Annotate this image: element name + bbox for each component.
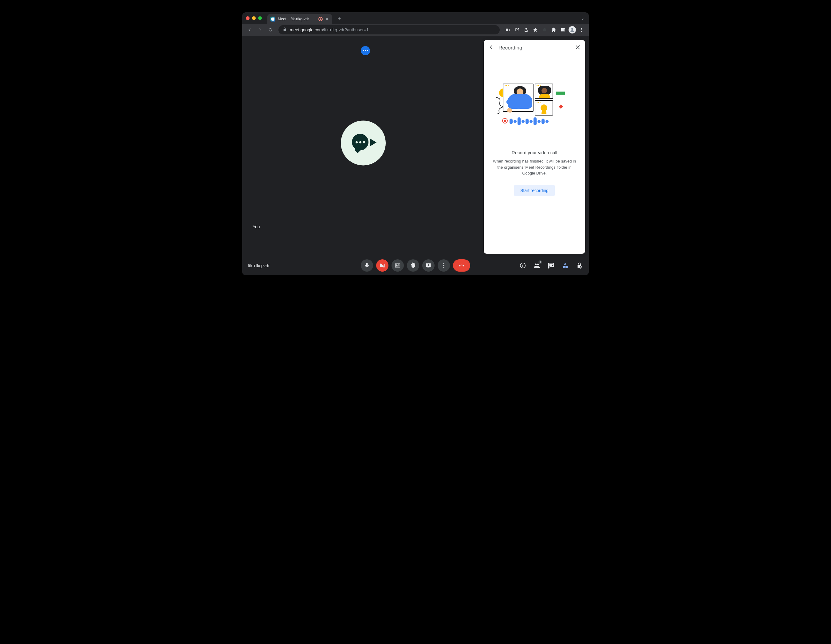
svg-point-6 [443, 263, 444, 264]
svg-rect-10 [522, 265, 523, 267]
camera-indicator-icon[interactable] [503, 25, 512, 34]
meeting-bottom-bar: ftk-rfkg-vdr CC 1 [242, 256, 589, 275]
extensions-puzzle-icon[interactable] [549, 25, 558, 34]
present-screen-button[interactable] [422, 259, 435, 272]
toggle-captions-button[interactable]: CC [392, 259, 404, 272]
recording-illustration-icon [499, 84, 570, 136]
svg-point-0 [543, 28, 546, 32]
tab-recording-indicator-icon [318, 17, 323, 21]
meeting-id-label: ftk-rfkg-vdr [248, 263, 270, 268]
svg-point-1 [572, 28, 573, 30]
recording-panel: Recording Record your video [484, 40, 585, 254]
meet-favicon-icon [271, 17, 275, 22]
omnibox-url: meet.google.com/ftk-rfkg-vdr?authuser=1 [290, 27, 368, 32]
toggle-mic-button[interactable] [361, 259, 373, 272]
open-external-icon[interactable] [513, 25, 521, 34]
tab-strip: Meet – ftk-rfkg-vdr ✕ ＋ ⌄ [242, 12, 589, 24]
leave-call-button[interactable] [453, 259, 470, 272]
tab-close-button[interactable]: ✕ [325, 17, 329, 21]
start-recording-button[interactable]: Start recording [514, 185, 555, 196]
participant-count-badge: 1 [538, 260, 543, 264]
svg-point-2 [581, 28, 582, 29]
panel-title: Recording [498, 45, 522, 51]
svg-point-8 [443, 267, 444, 268]
activities-button[interactable] [561, 261, 569, 269]
panel-description: When recording has finished, it will be … [490, 158, 579, 177]
self-video-tile: You [245, 40, 481, 255]
profile-avatar[interactable] [568, 25, 576, 34]
nav-forward-button [256, 25, 264, 34]
raise-hand-button[interactable] [407, 259, 419, 272]
people-button[interactable]: 1 [533, 261, 541, 269]
host-controls-button[interactable] [575, 261, 583, 269]
svg-rect-14 [565, 266, 568, 268]
browser-tab[interactable]: Meet – ftk-rfkg-vdr ✕ [267, 14, 332, 24]
tab-title: Meet – ftk-rfkg-vdr [278, 17, 309, 21]
meeting-stage: You Recording [242, 36, 589, 275]
window-maximize-button[interactable] [258, 16, 262, 20]
svg-rect-11 [522, 264, 523, 264]
browser-window: Meet – ftk-rfkg-vdr ✕ ＋ ⌄ meet.google.co… [242, 12, 589, 275]
meeting-details-button[interactable] [519, 261, 527, 269]
svg-point-4 [581, 31, 582, 32]
nav-reload-button[interactable] [266, 25, 275, 34]
new-tab-button[interactable]: ＋ [335, 14, 344, 22]
tile-options-button[interactable] [361, 46, 370, 55]
svg-point-13 [563, 266, 565, 268]
right-tools: 1 [519, 261, 583, 269]
svg-point-7 [443, 265, 444, 266]
window-minimize-button[interactable] [252, 16, 256, 20]
self-label: You [253, 224, 260, 229]
omnibox[interactable]: meet.google.com/ftk-rfkg-vdr?authuser=1 [279, 25, 500, 34]
share-icon[interactable] [522, 25, 530, 34]
bookmark-star-icon[interactable] [531, 25, 540, 34]
call-controls: CC [361, 259, 470, 272]
window-controls [246, 16, 262, 20]
panel-header: Recording [484, 40, 585, 56]
self-avatar-icon [341, 121, 386, 165]
lock-icon [283, 27, 287, 32]
panel-heading: Record your video call [512, 150, 557, 155]
chrome-menu-button[interactable] [577, 25, 586, 34]
panel-body: Record your video call When recording ha… [484, 56, 585, 254]
toolbar-right [503, 25, 586, 34]
panel-close-button[interactable] [575, 44, 581, 52]
panel-back-button[interactable] [488, 44, 494, 52]
chat-button[interactable] [547, 261, 555, 269]
tab-search-button[interactable]: ⌄ [581, 16, 584, 21]
extension-loom-icon[interactable] [540, 25, 549, 34]
svg-text:CC: CC [396, 264, 400, 267]
nav-back-button[interactable] [245, 25, 254, 34]
more-options-button[interactable] [438, 259, 450, 272]
svg-point-3 [581, 30, 582, 30]
toggle-camera-button[interactable] [376, 259, 388, 272]
svg-marker-12 [564, 263, 566, 264]
address-bar: meet.google.com/ftk-rfkg-vdr?authuser=1 [242, 24, 589, 36]
side-panel-icon[interactable] [559, 25, 567, 34]
window-close-button[interactable] [246, 16, 250, 20]
